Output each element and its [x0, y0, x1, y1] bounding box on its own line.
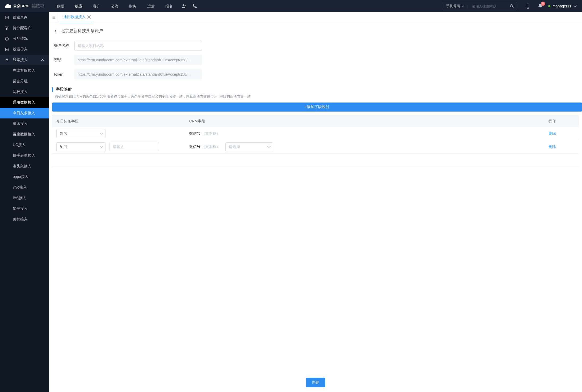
sidebar-item-assignment[interactable]: 分配情况: [0, 33, 49, 44]
mapping-title: 字段映射: [56, 87, 72, 92]
delete-mapping-link[interactable]: 删除: [549, 144, 556, 149]
secret-value[interactable]: https://crm.yunduocrm.com/externalData/s…: [74, 55, 202, 65]
form-row-token: token https://crm.yunduocrm.com/external…: [49, 67, 582, 82]
sub-item-baidu[interactable]: 百度数据接入: [0, 129, 49, 140]
chevron-down-icon: [267, 145, 271, 149]
top-icons-group: [181, 3, 197, 9]
secret-label: 密钥: [54, 58, 74, 62]
token-value[interactable]: https://crm.yunduocrm.com/externalData/s…: [74, 69, 202, 79]
table-row-empty: [52, 154, 579, 166]
topnav-customer[interactable]: 客户: [88, 0, 106, 12]
topnav-data[interactable]: 数据: [52, 0, 70, 12]
crm-field-name: 微信号: [189, 144, 200, 149]
crm-field-type: （文本框）: [201, 144, 220, 149]
section-head-mapping: 字段映射: [52, 87, 582, 92]
mobile-icon[interactable]: [525, 3, 531, 9]
sub-item-oppo[interactable]: oppo接入: [0, 172, 49, 182]
notification-bell[interactable]: 5: [538, 3, 543, 9]
account-name-input[interactable]: [74, 41, 202, 51]
tt-field-input[interactable]: [109, 142, 159, 151]
breadcrumb-title: 北京昱新科技头条账户: [61, 28, 103, 34]
tab-general-data[interactable]: 通用数据接入: [59, 12, 93, 22]
sub-item-qutoutiao[interactable]: 趣头条接入: [0, 161, 49, 172]
user-menu[interactable]: manager11: [548, 4, 577, 8]
topnav-public[interactable]: 公海: [106, 0, 124, 12]
sub-item-uc[interactable]: UC接入: [0, 140, 49, 150]
plug-icon: [5, 58, 9, 62]
collapse-sidebar-button[interactable]: [49, 12, 59, 22]
sub-item-message-group[interactable]: 留言分组: [0, 76, 49, 87]
topnav-clue[interactable]: 线索: [70, 0, 88, 12]
sidebar-subnav: 在线客服接入 留言分组 网校接入 通用数据接入 今日头条接入 腾讯接入 百度数据…: [0, 65, 49, 225]
pie-icon: [5, 37, 9, 41]
notification-badge: 5: [541, 2, 545, 6]
sub-item-vivo[interactable]: vivo接入: [0, 182, 49, 193]
content: 北京昱新科技头条账户 账户名称 密钥 https://crm.yunduocrm…: [49, 22, 582, 392]
table-row: 姓名 微信号 （文本框） 删除: [52, 127, 579, 140]
main-area: 通用数据接入 北京昱新科技头条账户 账户名称 密钥 https://crm.yu…: [49, 12, 582, 392]
chevron-down-icon: [100, 145, 103, 149]
sidebar-item-clue-access[interactable]: 线索接入: [0, 55, 49, 65]
logo: 云朵CRM 教育机构一站式服务云平台: [0, 2, 49, 10]
chevron-up-icon: [41, 58, 44, 62]
sub-item-tencent[interactable]: 腾讯接入: [0, 118, 49, 129]
cloud-icon: [4, 2, 12, 10]
sidebar-item-clue-query[interactable]: 线索查询: [0, 12, 49, 23]
user-add-icon[interactable]: [181, 3, 187, 9]
col-header-op: 操作: [544, 119, 579, 124]
svg-point-3: [528, 7, 528, 8]
import-icon: [5, 47, 9, 52]
top-header: 云朵CRM 教育机构一站式服务云平台 数据 线索 客户 公海 财务 运营 报名 …: [0, 0, 582, 12]
topnav-enroll[interactable]: 报名: [160, 0, 178, 12]
filter-icon: [5, 26, 9, 30]
mapping-table: 今日头条字段 CRM字段 操作 姓名 微信号: [52, 115, 579, 166]
user-name: manager11: [553, 4, 571, 8]
menu-icon: [52, 15, 56, 19]
sub-item-school-access[interactable]: 网校接入: [0, 87, 49, 97]
mapping-hint: 请确保您在此填写的头条自定义字段名称与在今日头条平台中自定义的字段名称一致，并且…: [49, 94, 582, 103]
topnav-operation[interactable]: 运营: [142, 0, 160, 12]
status-dot-icon: [548, 5, 550, 7]
logo-subtitle: 教育机构一站式服务云平台: [30, 4, 44, 8]
sub-item-toutiao[interactable]: 今日头条接入: [0, 108, 49, 118]
header-right-icons: 5: [525, 3, 543, 9]
crm-field-type: （文本框）: [201, 131, 220, 135]
sub-item-kuaishou[interactable]: 快手表单接入: [0, 150, 49, 161]
topnav-finance[interactable]: 财务: [124, 0, 142, 12]
crm-field-select[interactable]: 请选择: [225, 142, 273, 151]
svg-point-1: [510, 5, 513, 7]
sub-item-online-service[interactable]: 在线客服接入: [0, 65, 49, 76]
search-bar: 手机号码 |: [443, 2, 517, 10]
table-row: 项目 微信号 （文本框） 请选择: [52, 140, 579, 154]
tt-field-select[interactable]: 姓名: [56, 129, 106, 138]
list-icon: [5, 15, 9, 20]
close-icon[interactable]: [87, 15, 91, 19]
col-header-crm: CRM字段: [185, 119, 544, 124]
crm-field-name: 微信号: [189, 131, 200, 135]
tt-field-select[interactable]: 项目: [56, 142, 106, 151]
footer: 保存: [49, 373, 582, 392]
breadcrumb: 北京昱新科技头条账户: [49, 28, 582, 39]
search-type-select[interactable]: 手机号码 |: [443, 2, 470, 10]
col-header-tt: 今日头条字段: [52, 119, 185, 124]
delete-mapping-link[interactable]: 删除: [549, 131, 556, 135]
sidebar-item-clue-import[interactable]: 线索导入: [0, 44, 49, 55]
form-row-secret: 密钥 https://crm.yunduocrm.com/externalDat…: [49, 53, 582, 67]
back-icon[interactable]: [53, 29, 58, 33]
sub-item-meiyou[interactable]: 美柚接入: [0, 214, 49, 225]
svg-point-0: [183, 4, 184, 6]
sub-item-zhihu[interactable]: 知乎接入: [0, 203, 49, 214]
sidebar-item-pending-assign[interactable]: 待分配客户: [0, 23, 49, 33]
search-input[interactable]: [470, 2, 507, 10]
sub-item-general-data[interactable]: 通用数据接入: [0, 97, 49, 108]
add-mapping-button[interactable]: +添加字段映射: [52, 103, 582, 112]
sidebar: 线索查询 待分配客户 分配情况 线索导入 线索接入 在线客服接入 留言分组: [0, 12, 49, 392]
tabs-bar: 通用数据接入: [49, 12, 582, 22]
search-button[interactable]: [507, 2, 517, 10]
phone-icon[interactable]: [192, 3, 197, 9]
top-nav: 数据 线索 客户 公海 财务 运营 报名: [52, 0, 178, 12]
sub-item-bilibili[interactable]: B站接入: [0, 193, 49, 203]
token-label: token: [54, 72, 74, 76]
section-bar-icon: [52, 87, 53, 92]
save-button[interactable]: 保存: [306, 378, 325, 387]
